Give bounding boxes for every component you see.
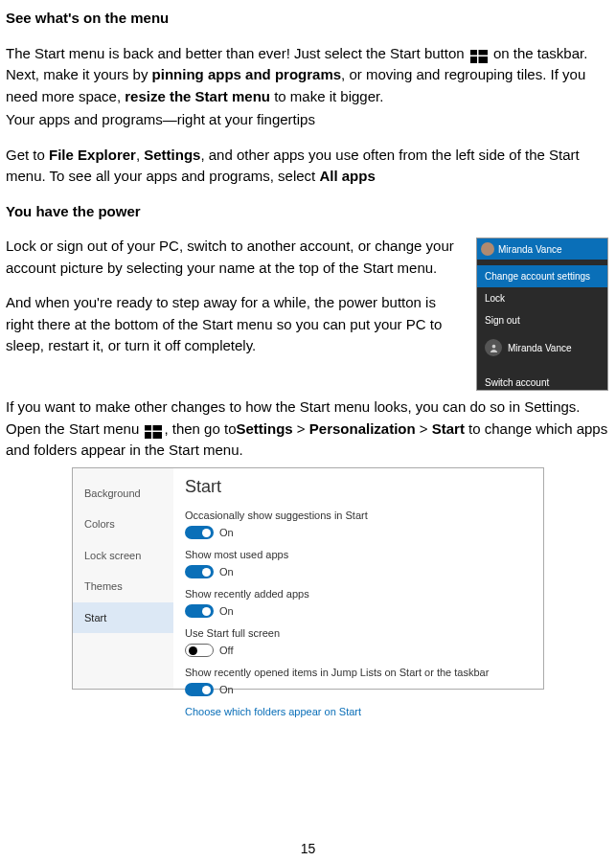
avatar-icon [481, 242, 494, 256]
toggle-icon[interactable] [185, 526, 214, 539]
text: > [293, 420, 309, 437]
settings-nav: Background Colors Lock screen Themes Sta… [73, 468, 173, 689]
settings-screenshot: Background Colors Lock screen Themes Sta… [72, 467, 544, 690]
account-header: Miranda Vance [477, 238, 607, 260]
opt-label: Show recently opened items in Jump Lists… [185, 665, 532, 681]
acct-sign-out[interactable]: Sign out [477, 309, 607, 331]
toggle-state: On [219, 564, 234, 580]
link-resize[interactable]: resize the Start menu [125, 88, 270, 104]
paragraph-6: If you want to make other changes to how… [6, 397, 610, 462]
opt-label: Show most used apps [185, 547, 532, 563]
toggle-state: On [219, 682, 234, 698]
start-icon [470, 48, 488, 61]
settings-title: Start [185, 474, 532, 500]
paragraph-3: Get to File Explorer, Settings, and othe… [6, 145, 610, 188]
bc-start: Start [432, 420, 465, 437]
acct-lock[interactable]: Lock [477, 287, 607, 309]
toggle-state: On [219, 603, 234, 620]
toggle-state: On [219, 525, 234, 541]
term-file-explorer: File Explorer [49, 147, 136, 163]
start-icon [145, 423, 162, 437]
settings-main: Start Occasionally show suggestions in S… [173, 468, 543, 689]
term-settings: Settings [144, 147, 200, 163]
acct-other-user-name: Miranda Vance [508, 341, 572, 355]
opt-label: Show recently added apps [185, 586, 532, 602]
bc-settings: Settings [236, 420, 292, 437]
text: The Start menu is back and better than e… [6, 45, 468, 61]
nav-lock-screen[interactable]: Lock screen [73, 540, 173, 572]
text: , then go to [164, 420, 236, 437]
svg-rect-8 [153, 432, 163, 439]
paragraph-2: Your apps and programs—right at your fin… [6, 109, 610, 131]
term-all-apps: All apps [319, 168, 375, 184]
toggle-icon[interactable] [185, 683, 214, 696]
account-user-name: Miranda Vance [498, 242, 562, 257]
bc-personalization: Personalization [309, 420, 416, 437]
nav-themes[interactable]: Themes [73, 571, 173, 602]
svg-rect-1 [478, 50, 488, 56]
account-menu-screenshot: Miranda Vance Change account settings Lo… [476, 238, 608, 391]
acct-other-user[interactable]: Miranda Vance [477, 331, 607, 364]
svg-rect-0 [470, 50, 477, 56]
nav-colors[interactable]: Colors [73, 509, 173, 540]
opt-jump-lists: Show recently opened items in Jump Lists… [185, 665, 532, 698]
text: > [416, 420, 432, 437]
account-menu-list: Change account settings Lock Sign out Mi… [477, 260, 607, 399]
nav-background[interactable]: Background [73, 478, 173, 510]
toggle-icon[interactable] [185, 604, 214, 618]
link-choose-folders[interactable]: Choose which folders appear on Start [185, 704, 532, 720]
paragraph-1: The Start menu is back and better than e… [6, 43, 610, 108]
toggle-icon[interactable] [185, 644, 214, 657]
opt-full-screen: Use Start full screen Off [185, 625, 532, 659]
opt-suggestions: Occasionally show suggestions in Start O… [185, 508, 532, 541]
link-pinning[interactable]: pinning apps and programs [152, 66, 342, 82]
nav-start[interactable]: Start [73, 602, 173, 634]
opt-recently-added: Show recently added apps On [185, 586, 532, 620]
toggle-state: Off [219, 643, 233, 659]
svg-rect-7 [145, 432, 151, 439]
svg-rect-6 [153, 425, 163, 431]
text: Get to [6, 147, 49, 163]
text: to make it bigger. [270, 88, 383, 104]
page-number: 15 [0, 839, 616, 859]
heading-menu: See what's on the menu [6, 8, 610, 30]
svg-rect-3 [478, 57, 488, 63]
opt-most-used: Show most used apps On [185, 547, 532, 580]
toggle-icon[interactable] [185, 565, 214, 578]
svg-rect-2 [470, 57, 477, 63]
person-icon [485, 339, 502, 356]
opt-label: Use Start full screen [185, 625, 532, 642]
text: , [136, 147, 144, 163]
svg-point-4 [491, 344, 495, 348]
acct-change-settings[interactable]: Change account settings [477, 265, 607, 287]
opt-label: Occasionally show suggestions in Start [185, 508, 532, 524]
acct-switch[interactable]: Switch account [477, 372, 607, 394]
heading-power: You have the power [6, 201, 610, 223]
svg-rect-5 [145, 425, 151, 431]
